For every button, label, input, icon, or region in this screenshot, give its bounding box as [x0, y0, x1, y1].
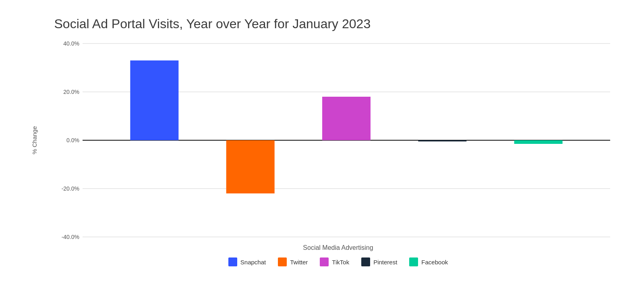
svg-rect-12	[322, 97, 371, 140]
chart-area: % Change 40.0%20.0%0.0%-20.0%-40.0%	[42, 39, 618, 241]
x-axis-label: Social Media Advertising	[58, 244, 618, 251]
y-axis-label: % Change	[31, 126, 37, 154]
legend-item-pinterest: Pinterest	[361, 257, 397, 266]
svg-rect-11	[226, 140, 274, 193]
legend-item-snapchat: Snapchat	[228, 257, 266, 266]
legend-swatch-facebook	[409, 257, 418, 266]
legend-swatch-tiktok	[320, 257, 329, 266]
legend-label-facebook: Facebook	[421, 259, 448, 266]
legend-label-snapchat: Snapchat	[240, 259, 266, 266]
chart-container: Social Ad Portal Visits, Year over Year …	[10, 4, 634, 295]
legend-swatch-twitter	[278, 257, 287, 266]
svg-text:0.0%: 0.0%	[66, 137, 79, 143]
svg-text:-40.0%: -40.0%	[61, 234, 79, 240]
legend-swatch-snapchat	[228, 257, 237, 266]
svg-rect-14	[514, 140, 562, 144]
legend-swatch-pinterest	[361, 257, 370, 266]
legend-label-twitter: Twitter	[290, 259, 308, 266]
legend-item-tiktok: TikTok	[320, 257, 349, 266]
svg-text:-20.0%: -20.0%	[61, 185, 79, 192]
legend-item-twitter: Twitter	[278, 257, 308, 266]
chart-svg: 40.0%20.0%0.0%-20.0%-40.0%	[58, 39, 618, 241]
svg-text:40.0%: 40.0%	[63, 40, 79, 47]
legend-item-facebook: Facebook	[409, 257, 448, 266]
legend-label-pinterest: Pinterest	[373, 259, 397, 266]
legend-label-tiktok: TikTok	[332, 259, 349, 266]
legend: SnapchatTwitterTikTokPinterestFacebook	[58, 257, 618, 266]
svg-rect-10	[130, 60, 178, 140]
svg-rect-13	[418, 140, 466, 141]
chart-title: Social Ad Portal Visits, Year over Year …	[54, 17, 618, 31]
grid-and-bars: 40.0%20.0%0.0%-20.0%-40.0%	[58, 39, 618, 241]
svg-text:20.0%: 20.0%	[63, 89, 79, 95]
